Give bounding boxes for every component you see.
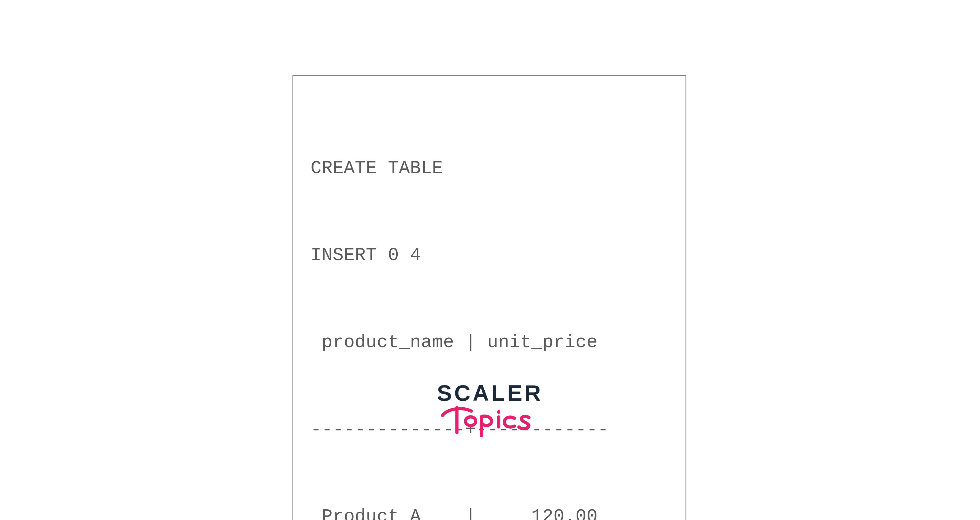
sql-output-box: CREATE TABLE INSERT 0 4 product_name | u… (293, 75, 686, 520)
logo-scaler-text: SCALER (437, 382, 543, 404)
terminal-line: CREATE TABLE (311, 154, 668, 183)
logo-topics-text (437, 402, 543, 441)
terminal-line: product_name | unit_price (311, 328, 668, 357)
terminal-line: INSERT 0 4 (311, 241, 668, 270)
brand-logo: SCALER (437, 382, 543, 441)
terminal-line: Product A | 120.00 (311, 503, 668, 520)
